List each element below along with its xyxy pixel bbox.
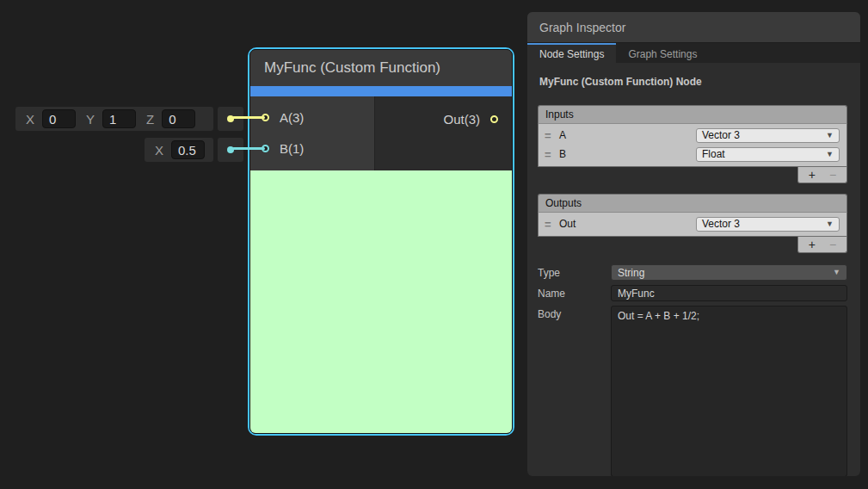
inputs-remove-button[interactable]: − [829,169,836,181]
tab-node-settings-label: Node Settings [539,48,604,60]
tab-graph-settings-label: Graph Settings [628,48,697,60]
inputs-list-header: Inputs [538,105,847,124]
vector3-x-label: X [26,112,34,127]
input-a-type-dropdown[interactable]: Vector 3 ▼ [696,128,840,143]
node-ports: A(3) B(1) Out(3) [250,96,512,170]
port-row-out[interactable]: Out(3) [376,105,512,133]
input-a-type-value: Vector 3 [702,129,740,141]
port-row-b[interactable]: B(1) [250,133,374,164]
outputs-list-footer: + − [538,237,847,253]
inputs-list: Inputs = A Vector 3 ▼ = B Float ▼ [538,105,847,183]
output-out-type-value: Vector 3 [702,218,740,230]
float-x-field[interactable]: 0.5 [171,140,205,159]
input-a-name: A [559,129,696,141]
node-preview [250,170,512,433]
port-out-icon[interactable] [490,115,498,123]
output-out-name: Out [559,218,696,230]
outputs-remove-button[interactable]: − [829,238,836,251]
type-dropdown[interactable]: String ▼ [611,264,847,281]
float-connector[interactable] [218,138,243,162]
type-label: Type [538,264,611,279]
vector3-connector[interactable] [218,107,243,131]
input-b-type-value: Float [702,148,725,160]
outputs-list-header: Outputs [538,194,847,213]
inputs-footer-box: + − [797,167,847,183]
node-header[interactable]: MyFunc (Custom Function) [250,50,512,86]
inputs-row-a[interactable]: = A Vector 3 ▼ [539,126,846,145]
inspector-content: MyFunc (Custom Function) Node Inputs = A… [527,63,860,476]
vector3-z-label: Z [146,112,154,127]
inputs-add-button[interactable]: + [809,169,816,181]
outputs-list-body: = Out Vector 3 ▼ [538,213,847,237]
drag-handle-icon[interactable]: = [545,148,559,161]
type-value: String [618,267,644,279]
inputs-row-b[interactable]: = B Float ▼ [539,145,846,164]
port-a-label: A(3) [280,110,304,125]
wire-vector3-to-a[interactable] [232,116,265,119]
wire-float-to-b[interactable] [232,147,265,150]
outputs-list: Outputs = Out Vector 3 ▼ + − [538,194,847,253]
port-b-label: B(1) [280,141,304,156]
tab-graph-settings[interactable]: Graph Settings [616,43,709,63]
vector3-input-widget: X 0 Y 1 Z 0 [15,107,213,131]
outputs-add-button[interactable]: + [809,238,816,251]
inspector-tab-bar: Node Settings Graph Settings [527,43,860,63]
custom-function-node-body: MyFunc (Custom Function) A(3) B(1) Out(3… [249,49,513,434]
node-accent-bar [250,86,512,96]
dropdown-arrow-icon: ▼ [826,151,834,158]
drag-handle-icon[interactable]: = [545,218,559,231]
input-b-type-dropdown[interactable]: Float ▼ [696,147,840,162]
vector3-y-field[interactable]: 1 [102,109,136,128]
tab-node-settings[interactable]: Node Settings [527,43,616,63]
port-row-a[interactable]: A(3) [250,102,374,133]
node-settings-heading: MyFunc (Custom Function) Node [539,76,847,88]
output-out-type-dropdown[interactable]: Vector 3 ▼ [696,217,840,232]
name-label: Name [538,285,611,300]
function-fields: Type String ▼ Name Body Out = A + B + 1/… [538,264,847,476]
dropdown-arrow-icon: ▼ [826,132,834,139]
float-x-label: X [155,143,163,158]
port-out-label: Out(3) [443,112,480,127]
vector3-x-field[interactable]: 0 [42,109,76,128]
outputs-footer-box: + − [797,237,847,253]
type-field-row: Type String ▼ [538,264,847,281]
inspector-title-bar[interactable]: Graph Inspector [527,12,860,43]
body-textarea[interactable]: Out = A + B + 1/2; [611,306,847,476]
outputs-row-out[interactable]: = Out Vector 3 ▼ [539,214,846,233]
inspector-title: Graph Inspector [539,21,625,34]
dropdown-arrow-icon: ▼ [826,220,834,228]
name-field-row: Name [538,285,847,301]
body-field-row: Body Out = A + B + 1/2; [538,306,847,476]
drag-handle-icon[interactable]: = [545,129,559,142]
vector3-z-field[interactable]: 0 [162,109,195,128]
custom-function-node[interactable]: MyFunc (Custom Function) A(3) B(1) Out(3… [248,47,514,436]
dropdown-arrow-icon: ▼ [833,269,840,276]
node-output-ports: Out(3) [376,96,512,170]
float-input-widget: X 0.5 [145,138,213,162]
node-input-ports: A(3) B(1) [250,96,375,170]
input-b-name: B [559,148,696,160]
graph-inspector-panel: Graph Inspector Node Settings Graph Sett… [527,12,860,476]
inputs-list-footer: + − [538,167,847,183]
inputs-list-body: = A Vector 3 ▼ = B Float ▼ [538,124,847,167]
name-input[interactable] [611,285,847,301]
body-label: Body [538,306,611,320]
node-title: MyFunc (Custom Function) [264,59,440,77]
vector3-y-label: Y [86,112,95,127]
